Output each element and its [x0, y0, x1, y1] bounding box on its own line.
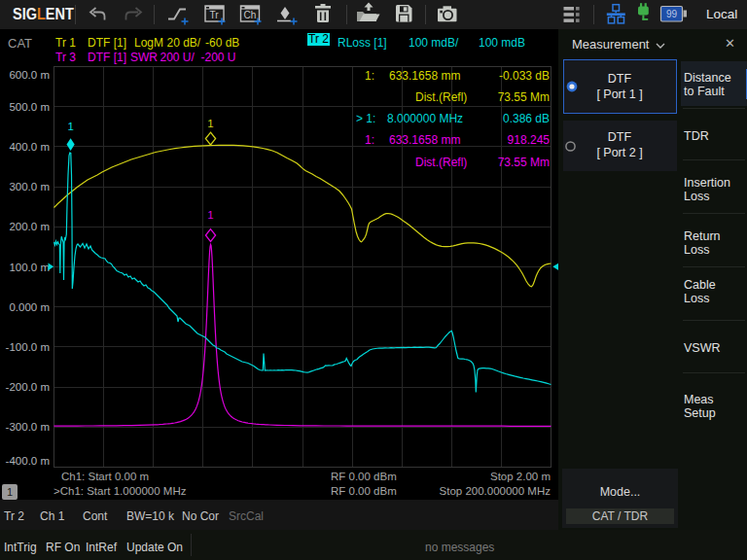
svg-text:-0.033 dB: -0.033 dB — [499, 69, 550, 83]
svg-text:8.000000 MHz: 8.000000 MHz — [387, 112, 463, 125]
svg-text:600.0 m: 600.0 m — [9, 69, 50, 81]
svg-text:918.245: 918.245 — [508, 133, 551, 147]
svg-text:0.386 dB: 0.386 dB — [503, 112, 550, 125]
svg-text:300.0 m: 300.0 m — [9, 181, 50, 192]
svg-text:-100.0 m: -100.0 m — [6, 341, 50, 353]
svg-text:1:: 1: — [365, 69, 374, 83]
svg-text:0.000 m: 0.000 m — [9, 301, 50, 313]
svg-text:73.55 Mm: 73.55 Mm — [498, 156, 550, 169]
svg-text:> 1:: > 1: — [356, 112, 375, 125]
svg-text:400.0 m: 400.0 m — [9, 141, 50, 153]
svg-text:100.0 m: 100.0 m — [9, 262, 50, 273]
svg-text:Dist.(Refl): Dist.(Refl) — [415, 156, 467, 169]
svg-text:1: 1 — [207, 118, 213, 129]
svg-text:1:: 1: — [365, 133, 374, 147]
svg-text:73.55 Mm: 73.55 Mm — [498, 90, 550, 104]
svg-text:-400.0 m: -400.0 m — [6, 455, 50, 467]
svg-text:633.1658 mm: 633.1658 mm — [389, 69, 460, 83]
svg-text:500.0 m: 500.0 m — [9, 101, 50, 113]
svg-text:1: 1 — [67, 121, 73, 132]
svg-text:633.1658 mm: 633.1658 mm — [389, 133, 460, 147]
svg-text:1: 1 — [207, 209, 213, 221]
svg-text:200.0 m: 200.0 m — [9, 221, 50, 232]
svg-text:-200.0 m: -200.0 m — [6, 381, 50, 393]
svg-text:Dist.(Refl): Dist.(Refl) — [415, 90, 467, 104]
svg-text:-300.0 m: -300.0 m — [6, 421, 50, 433]
